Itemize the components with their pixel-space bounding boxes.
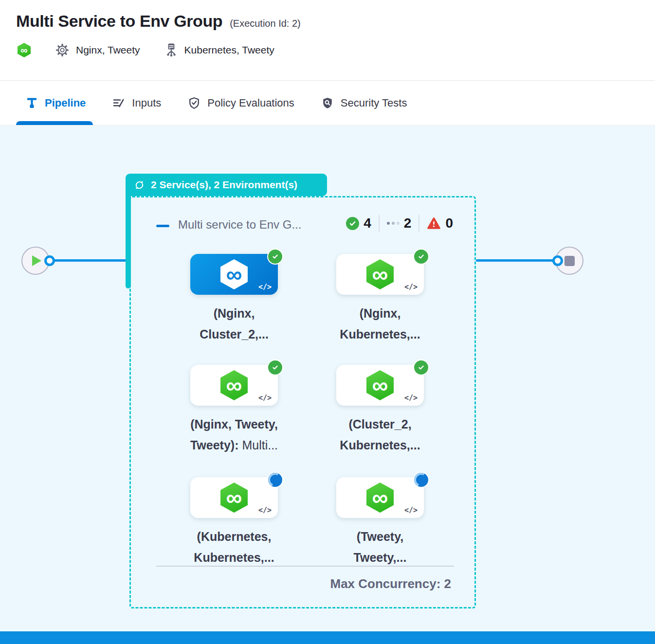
- loop-badge-label: 2 Service(s), 2 Environment(s): [151, 179, 297, 191]
- loop-group-badge[interactable]: 2 Service(s), 2 Environment(s): [126, 174, 327, 196]
- code-icon: </>: [258, 394, 272, 402]
- stage-card-nginx-kubernetes[interactable]: ∞ </>: [336, 254, 424, 295]
- running-count: 2: [404, 215, 412, 231]
- tab-policy-label: Policy Evaluations: [207, 97, 294, 109]
- edge-start-connector-dot: [44, 255, 55, 266]
- execution-header: Multi Service to Env Group (Execution Id…: [0, 0, 655, 81]
- title-row: Multi Service to Env Group (Execution Id…: [0, 0, 655, 31]
- status-running-icon: [414, 473, 428, 487]
- tab-pipeline-label: Pipeline: [45, 97, 86, 109]
- shield-search-icon: [321, 96, 334, 110]
- tab-inputs-label: Inputs: [132, 97, 161, 109]
- stage-group-box: Multi service to Env G... 4 2 0: [129, 196, 476, 608]
- success-count: 4: [364, 215, 371, 231]
- harness-service-icon: ∞: [220, 259, 248, 289]
- status-running-icon: [268, 473, 282, 487]
- collapse-icon[interactable]: [156, 225, 169, 227]
- play-icon: [32, 255, 41, 266]
- harness-service-icon: ∞: [366, 259, 394, 289]
- running-count-icon: [387, 222, 400, 225]
- stage-group-title: Multi service to Env G...: [178, 218, 301, 232]
- execution-page: Multi Service to Env Group (Execution Id…: [0, 0, 655, 644]
- status-success-icon: [414, 250, 428, 264]
- environment-icon: [164, 42, 178, 58]
- stage-card-cluster2-kubernetes[interactable]: ∞ </>: [336, 365, 424, 406]
- tab-policy-evaluations[interactable]: Policy Evaluations: [187, 81, 294, 125]
- loop-icon: [134, 179, 145, 191]
- stage-card-label: (Nginx, Kubernetes,...: [307, 303, 453, 345]
- tab-security-label: Security Tests: [341, 97, 407, 109]
- pipeline-canvas: 2 Service(s), 2 Environment(s) Multi ser…: [0, 126, 655, 644]
- stage-card-tweety-tweety[interactable]: ∞ </>: [336, 477, 424, 518]
- execution-meta-row: ∞ Nginx, Tweety: [18, 42, 655, 58]
- harness-service-icon: ∞: [366, 483, 394, 513]
- code-icon: </>: [404, 506, 418, 515]
- tab-inputs[interactable]: Inputs: [112, 81, 161, 125]
- stage-card-label: (Nginx, Tweety, Tweety): Multi...: [161, 414, 307, 456]
- execution-id-label: (Execution Id: 2): [230, 18, 301, 29]
- canvas-horizontal-scrollbar[interactable]: [0, 631, 655, 644]
- status-success-icon: [268, 360, 282, 375]
- success-count-icon: [346, 217, 359, 230]
- stage-card-nginx-tweety[interactable]: ∞ </>: [190, 365, 278, 406]
- harness-service-icon: ∞: [366, 370, 394, 400]
- harness-cd-icon: ∞: [18, 43, 31, 57]
- execution-tabbar: Pipeline Inputs Policy Evaluations: [0, 81, 655, 125]
- tab-security-tests[interactable]: Security Tests: [321, 81, 407, 125]
- stage-card-kubernetes-kubernetes[interactable]: ∞ </>: [190, 477, 278, 518]
- status-success-icon: [414, 360, 428, 375]
- environments-label: Kubernetes, Tweety: [184, 44, 274, 56]
- stage-card-label: (Cluster_2, Kubernetes,...: [307, 414, 453, 456]
- code-icon: </>: [404, 283, 418, 291]
- max-concurrency-label: Max Concurrency: 2: [330, 576, 451, 591]
- status-counts: 4 2 0: [346, 215, 453, 232]
- page-title: Multi Service to Env Group: [16, 12, 222, 31]
- stop-icon: [564, 256, 575, 266]
- stage-card-label: (Kubernetes, Kubernetes,...: [161, 526, 307, 568]
- failed-count: 0: [445, 215, 453, 231]
- group-divider: [156, 566, 454, 567]
- stage-card-label: (Tweety, Tweety,...: [307, 526, 453, 568]
- harness-service-icon: ∞: [220, 483, 248, 513]
- edge-end-connector-dot: [552, 255, 563, 266]
- stage-card-label: (Nginx, Cluster_2,...: [161, 303, 307, 345]
- code-icon: </>: [404, 394, 418, 402]
- stage-card-nginx-cluster2[interactable]: ∞ </>: [190, 254, 278, 295]
- gear-icon: [55, 43, 70, 57]
- services-label: Nginx, Tweety: [76, 44, 140, 56]
- tab-pipeline[interactable]: Pipeline: [25, 81, 86, 125]
- failed-count-icon: [427, 217, 441, 230]
- edge-stage-to-end: [476, 259, 557, 262]
- inputs-icon: [112, 96, 126, 110]
- code-icon: </>: [258, 506, 272, 515]
- harness-service-icon: ∞: [220, 370, 248, 400]
- shield-check-icon: [187, 96, 201, 110]
- edge-start-to-stage: [49, 259, 129, 262]
- code-icon: </>: [258, 283, 272, 291]
- status-success-icon: [268, 250, 282, 264]
- pipeline-icon: [25, 96, 38, 109]
